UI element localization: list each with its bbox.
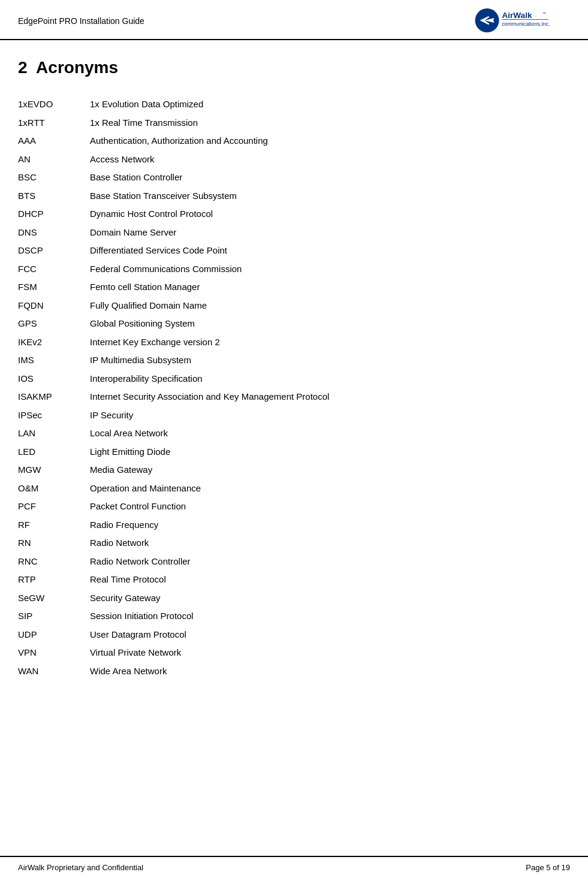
acronym-abbr: RF (18, 516, 90, 535)
acronym-definition: Base Station Transceiver Subsystem (90, 187, 570, 206)
acronym-abbr: IMS (18, 351, 90, 370)
acronym-row: LANLocal Area Network (18, 424, 570, 443)
acronym-abbr: 1xRTT (18, 114, 90, 132)
acronym-abbr: FSM (18, 278, 90, 297)
page-container: EdgePoint PRO Installation Guide AirWalk… (0, 0, 588, 878)
acronym-definition: Radio Network Controller (90, 553, 570, 571)
acronym-abbr: AN (18, 150, 90, 169)
acronym-abbr: DHCP (18, 205, 90, 224)
acronym-abbr: DSCP (18, 242, 90, 260)
acronym-row: ANAccess Network (18, 150, 570, 169)
acronym-row: DNSDomain Name Server (18, 224, 570, 242)
svg-text:communications,Inc.: communications,Inc. (502, 21, 550, 27)
acronym-definition: Internet Key Exchange version 2 (90, 333, 570, 352)
acronym-definition: Authentication, Authorization and Accoun… (90, 132, 570, 150)
acronym-abbr: 1xEVDO (18, 95, 90, 114)
acronym-definition: Real Time Protocol (90, 571, 570, 589)
acronym-row: IPSecIP Security (18, 406, 570, 425)
acronym-definition: Domain Name Server (90, 224, 570, 242)
acronym-definition: Light Emitting Diode (90, 443, 570, 461)
acronym-definition: Wide Area Network (90, 662, 570, 681)
acronym-abbr: FCC (18, 260, 90, 279)
acronym-abbr: MGW (18, 461, 90, 479)
acronym-row: SIPSession Initiation Protocol (18, 607, 570, 626)
acronym-definition: Base Station Controller (90, 168, 570, 187)
acronym-definition: Packet Control Function (90, 497, 570, 516)
acronym-abbr: BSC (18, 168, 90, 187)
acronym-definition: Radio Frequency (90, 516, 570, 535)
acronym-row: BTSBase Station Transceiver Subsystem (18, 187, 570, 206)
acronym-definition: Dynamic Host Control Protocol (90, 205, 570, 224)
acronym-row: GPSGlobal Positioning System (18, 315, 570, 333)
acronym-abbr: RNC (18, 553, 90, 571)
acronym-row: FSMFemto cell Station Manager (18, 278, 570, 297)
acronym-row: IKEv2Internet Key Exchange version 2 (18, 333, 570, 352)
acronym-row: 1xRTT1x Real Time Transmission (18, 114, 570, 132)
acronym-row: 1xEVDO1x Evolution Data Optimized (18, 95, 570, 114)
acronym-row: UDPUser Datagram Protocol (18, 626, 570, 644)
acronym-abbr: VPN (18, 644, 90, 662)
acronym-definition: IP Security (90, 406, 570, 425)
acronym-definition: Radio Network (90, 534, 570, 553)
acronym-row: LEDLight Emitting Diode (18, 443, 570, 461)
acronym-definition: Femto cell Station Manager (90, 278, 570, 297)
svg-text:AirWalk: AirWalk (502, 11, 532, 20)
acronym-abbr: IKEv2 (18, 333, 90, 352)
acronym-row: PCFPacket Control Function (18, 497, 570, 516)
acronym-row: IOSInteroperability Specification (18, 370, 570, 388)
acronym-row: RNRadio Network (18, 534, 570, 553)
document-title: EdgePoint PRO Installation Guide (18, 16, 144, 26)
acronym-abbr: GPS (18, 315, 90, 333)
acronym-abbr: IOS (18, 370, 90, 388)
footer-right-text: Page 5 of 19 (526, 863, 570, 872)
acronym-definition: 1x Real Time Transmission (90, 114, 570, 132)
acronym-abbr: PCF (18, 497, 90, 516)
acronym-definition: Interoperability Specification (90, 370, 570, 388)
acronym-definition: Fully Qualified Domain Name (90, 297, 570, 315)
acronym-abbr: O&M (18, 479, 90, 498)
airwalk-logo: AirWalk ™ communications,Inc. (474, 7, 570, 34)
acronym-row: RTPReal Time Protocol (18, 571, 570, 589)
acronym-row: DSCPDifferentiated Services Code Point (18, 242, 570, 260)
svg-text:™: ™ (542, 11, 546, 16)
acronym-definition: Media Gateway (90, 461, 570, 479)
acronym-definition: Access Network (90, 150, 570, 169)
acronym-abbr: RTP (18, 571, 90, 589)
acronym-definition: Operation and Maintenance (90, 479, 570, 498)
acronym-abbr: LAN (18, 424, 90, 443)
acronym-row: AAAAuthentication, Authorization and Acc… (18, 132, 570, 150)
acronym-row: ISAKMPInternet Security Association and … (18, 388, 570, 406)
acronym-abbr: WAN (18, 662, 90, 681)
acronym-abbr: ISAKMP (18, 388, 90, 406)
acronym-definition: 1x Evolution Data Optimized (90, 95, 570, 114)
acronym-abbr: LED (18, 443, 90, 461)
acronym-abbr: UDP (18, 626, 90, 644)
acronym-abbr: RN (18, 534, 90, 553)
acronym-definition: Differentiated Services Code Point (90, 242, 570, 260)
acronym-definition: Virtual Private Network (90, 644, 570, 662)
acronym-definition: Local Area Network (90, 424, 570, 443)
acronym-definition: Internet Security Association and Key Ma… (90, 388, 570, 406)
acronyms-table: 1xEVDO1x Evolution Data Optimized1xRTT1x… (18, 95, 570, 680)
acronym-abbr: SeGW (18, 589, 90, 608)
acronym-row: BSCBase Station Controller (18, 168, 570, 187)
acronym-row: VPNVirtual Private Network (18, 644, 570, 662)
acronym-row: RFRadio Frequency (18, 516, 570, 535)
acronym-definition: Federal Communications Commission (90, 260, 570, 279)
acronym-abbr: SIP (18, 607, 90, 626)
acronym-row: IMSIP Multimedia Subsystem (18, 351, 570, 370)
section-heading: 2 Acronyms (18, 58, 570, 77)
acronym-row: RNCRadio Network Controller (18, 553, 570, 571)
acronym-row: DHCPDynamic Host Control Protocol (18, 205, 570, 224)
acronym-definition: IP Multimedia Subsystem (90, 351, 570, 370)
acronym-row: WANWide Area Network (18, 662, 570, 681)
acronym-row: FQDNFully Qualified Domain Name (18, 297, 570, 315)
main-content: 2 Acronyms 1xEVDO1x Evolution Data Optim… (0, 40, 588, 692)
acronym-abbr: DNS (18, 224, 90, 242)
acronym-abbr: AAA (18, 132, 90, 150)
footer-left-text: AirWalk Proprietary and Confidential (18, 863, 143, 872)
acronym-abbr: FQDN (18, 297, 90, 315)
acronym-definition: Global Positioning System (90, 315, 570, 333)
acronym-row: O&MOperation and Maintenance (18, 479, 570, 498)
acronym-row: MGWMedia Gateway (18, 461, 570, 479)
